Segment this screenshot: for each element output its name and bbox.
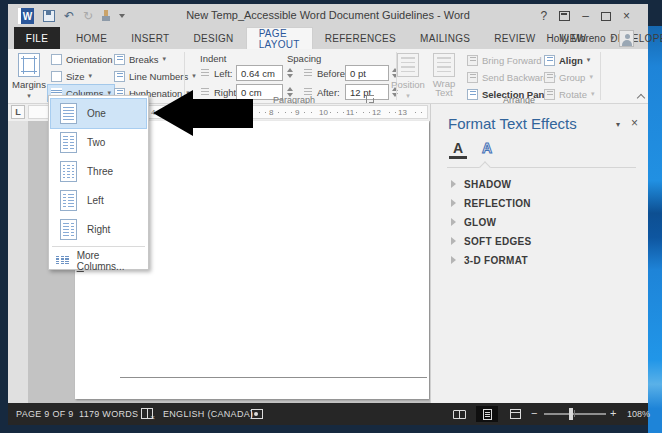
spacing-before-row: Before: bbox=[299, 65, 351, 81]
group-divider bbox=[600, 52, 601, 100]
word-count[interactable]: 1179 WORDS bbox=[79, 409, 138, 419]
undo-icon[interactable]: ↶ bbox=[64, 9, 74, 23]
three-column-layout-icon bbox=[60, 161, 77, 182]
indent-left-icon bbox=[199, 68, 210, 79]
two-column-layout-icon bbox=[60, 132, 77, 153]
tab-home[interactable]: HOME bbox=[64, 27, 119, 49]
zoom-slider-thumb[interactable] bbox=[569, 408, 573, 420]
ribbon-tab-row: FILE HOME INSERT DESIGN PAGE LAYOUT REFE… bbox=[8, 27, 648, 49]
zoom-out-button[interactable]: − bbox=[531, 407, 537, 419]
zoom-slider-track[interactable] bbox=[544, 413, 606, 415]
quick-access-toolbar: W ↶ ↻ bbox=[18, 7, 125, 25]
read-mode-button[interactable] bbox=[448, 406, 470, 422]
redo-icon[interactable]: ↻ bbox=[83, 9, 93, 23]
zoom-level[interactable]: 108% bbox=[627, 409, 650, 419]
wrap-text-button[interactable]: Wrap Text bbox=[426, 51, 462, 101]
tab-page-layout[interactable]: PAGE LAYOUT bbox=[246, 27, 313, 49]
window-controls: ? – × bbox=[541, 7, 630, 25]
indent-heading: Indent bbox=[200, 53, 226, 64]
collapse-ribbon-icon[interactable] bbox=[637, 94, 645, 102]
position-button[interactable]: Position ▾ bbox=[390, 51, 426, 101]
pane-close-icon[interactable]: × bbox=[631, 116, 638, 130]
menu-item-one[interactable]: One bbox=[51, 99, 146, 128]
columns-dropdown-menu: One Two Three Left Right More Columns... bbox=[48, 95, 149, 270]
section-reflection[interactable]: REFLECTION bbox=[451, 196, 531, 210]
menu-item-two[interactable]: Two bbox=[51, 128, 146, 157]
help-icon[interactable]: ? bbox=[541, 9, 548, 23]
desktop-background bbox=[648, 26, 662, 433]
web-layout-icon bbox=[510, 409, 521, 419]
pane-options-icon[interactable]: ▾ bbox=[616, 120, 620, 129]
orientation-icon bbox=[51, 54, 62, 65]
spacing-before-input[interactable]: 0 pt bbox=[345, 65, 389, 81]
breaks-button[interactable]: Breaks ▾ bbox=[111, 51, 169, 67]
margins-button[interactable]: Margins ▾ bbox=[12, 51, 46, 101]
minimize-icon[interactable]: – bbox=[582, 9, 589, 23]
more-columns-icon bbox=[56, 256, 69, 266]
restore-icon[interactable] bbox=[601, 12, 611, 21]
rotate-button[interactable]: Rotate ▾ bbox=[541, 86, 598, 102]
section-shadow[interactable]: SHADOW bbox=[451, 177, 511, 191]
web-layout-button[interactable] bbox=[504, 406, 526, 422]
menu-item-left[interactable]: Left bbox=[51, 186, 146, 215]
section-soft-edges[interactable]: SOFT EDGES bbox=[451, 234, 531, 248]
menu-separator bbox=[52, 246, 145, 247]
format-text-effects-pane: Format Text Effects ▾ × A A SHADOW REFLE… bbox=[430, 104, 648, 403]
expand-icon bbox=[451, 218, 456, 226]
format-painter-icon[interactable] bbox=[102, 10, 110, 23]
tab-stop-selector[interactable]: L bbox=[11, 105, 25, 119]
footer-rule-line bbox=[120, 377, 427, 378]
chevron-down-icon: ▾ bbox=[27, 92, 31, 100]
pane-title: Format Text Effects bbox=[448, 115, 577, 132]
line-numbers-button[interactable]: Line Numbers ▾ bbox=[111, 68, 199, 84]
indent-left-stepper[interactable] bbox=[287, 65, 293, 81]
document-margin-strip bbox=[8, 121, 28, 403]
expand-icon bbox=[451, 256, 456, 264]
indent-right-row: Right: bbox=[196, 84, 242, 100]
zoom-in-button[interactable]: + bbox=[610, 407, 616, 419]
expand-icon bbox=[451, 237, 456, 245]
tab-review[interactable]: REVIEW bbox=[482, 27, 547, 49]
bring-forward-button[interactable]: Bring Forward ▾ bbox=[464, 52, 552, 68]
tab-design[interactable]: DESIGN bbox=[182, 27, 246, 49]
account-menu[interactable]: Holly Moreno ▾ bbox=[547, 27, 634, 49]
group-objects-icon bbox=[544, 72, 555, 83]
selection-pane-icon bbox=[467, 89, 478, 100]
close-icon[interactable]: × bbox=[623, 9, 630, 23]
size-button[interactable]: Size ▾ bbox=[48, 68, 95, 84]
tab-mailings[interactable]: MAILINGS bbox=[408, 27, 482, 49]
tab-file[interactable]: FILE bbox=[14, 27, 60, 49]
section-glow[interactable]: GLOW bbox=[451, 215, 496, 229]
page-indicator[interactable]: PAGE 9 OF 9 bbox=[16, 409, 74, 419]
menu-item-right[interactable]: Right bbox=[51, 215, 146, 244]
proofing-errors-icon[interactable] bbox=[141, 408, 153, 419]
pane-divider bbox=[447, 167, 636, 168]
customize-qat-icon[interactable] bbox=[119, 14, 125, 18]
paragraph-dialog-launcher-icon[interactable] bbox=[366, 95, 374, 103]
menu-item-more-columns[interactable]: More Columns... bbox=[49, 249, 148, 273]
save-icon[interactable] bbox=[43, 10, 55, 22]
line-numbers-icon bbox=[114, 71, 125, 82]
text-effects-tab[interactable]: A bbox=[478, 140, 496, 156]
print-layout-button[interactable] bbox=[476, 406, 498, 422]
tab-insert[interactable]: INSERT bbox=[119, 27, 181, 49]
section-3d-format[interactable]: 3-D FORMAT bbox=[451, 253, 528, 267]
macro-recording-icon[interactable] bbox=[251, 409, 263, 419]
word-logo-icon: W bbox=[18, 8, 34, 24]
breaks-icon bbox=[114, 54, 125, 65]
tab-references[interactable]: REFERENCES bbox=[313, 27, 408, 49]
menu-item-three[interactable]: Three bbox=[51, 157, 146, 186]
rotate-icon bbox=[544, 89, 555, 100]
align-button[interactable]: Align ▾ bbox=[541, 52, 593, 68]
language-indicator[interactable]: ENGLISH (CANADA) bbox=[163, 409, 253, 419]
read-mode-icon bbox=[453, 410, 466, 419]
user-name: Holly Moreno bbox=[547, 33, 606, 44]
group-button[interactable]: Group ▾ bbox=[541, 69, 596, 85]
size-icon bbox=[51, 71, 62, 82]
expand-icon bbox=[451, 199, 456, 207]
left-column-layout-icon bbox=[60, 190, 77, 211]
align-icon bbox=[544, 55, 555, 66]
ribbon-display-options-icon[interactable] bbox=[559, 11, 570, 21]
text-fill-outline-tab[interactable]: A bbox=[449, 140, 467, 159]
indent-left-input[interactable]: 0.64 cm bbox=[236, 65, 283, 81]
